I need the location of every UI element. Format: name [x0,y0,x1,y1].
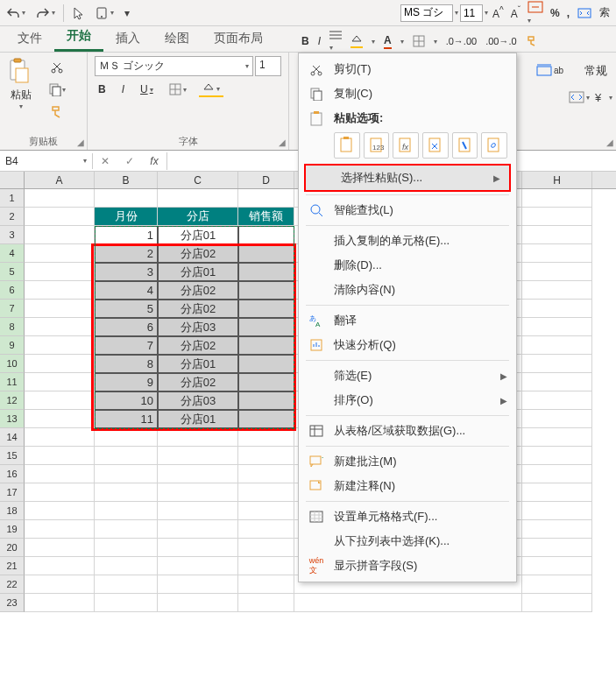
cm-pick-list[interactable]: 从下拉列表中选择(K)... [299,529,516,554]
cm-from-table[interactable]: 从表格/区域获取数据(G)... [299,419,516,443]
cell[interactable] [25,465,95,483]
cell[interactable]: 分店03 [158,391,238,410]
wrap-text-button[interactable]: ab [536,63,563,77]
col-header-H[interactable]: H [522,172,592,188]
col-header-D[interactable]: D [238,172,294,188]
cell[interactable] [522,502,592,520]
cell[interactable]: 10 [95,391,158,410]
row-header[interactable]: 19 [0,520,25,539]
cell[interactable] [522,539,592,557]
row-header[interactable]: 17 [0,483,25,502]
customize-qat[interactable]: ▾ [122,5,132,21]
cell[interactable] [238,263,294,281]
paste-opt-link[interactable] [481,132,507,159]
cell[interactable] [158,428,238,447]
cell[interactable]: 2 [95,244,158,263]
cell[interactable] [95,539,158,557]
cm-new-comment[interactable]: + 新建批注(M) [299,449,516,474]
cell[interactable]: 月份 [95,208,158,226]
cell[interactable] [25,300,95,318]
cell[interactable] [238,483,294,502]
cell[interactable]: 分店01 [158,410,238,428]
cell[interactable]: 分店02 [158,373,238,391]
fontname-dropdown[interactable]: ＭＳ ゴシック▾ [95,56,253,76]
chevron-down-icon[interactable]: ▾ [485,9,488,17]
cell[interactable]: 8 [95,355,158,373]
cancel-formula-icon[interactable]: ✕ [93,152,117,170]
cell[interactable] [158,575,238,594]
cell[interactable] [522,300,592,318]
cell[interactable] [238,502,294,520]
cell[interactable] [522,355,592,373]
cm-show-pinyin[interactable]: wén文 显示拼音字段(S) [299,554,516,578]
cell[interactable] [25,373,95,391]
cell[interactable]: 分店01 [158,355,238,373]
cell[interactable] [522,410,592,428]
cell[interactable] [25,355,95,373]
cell[interactable] [238,226,294,244]
cell[interactable] [238,244,294,263]
italic-button[interactable]: I [318,35,321,47]
fill-color-button[interactable] [350,35,363,48]
cell[interactable] [238,281,294,300]
cell[interactable] [522,244,592,263]
cm-filter[interactable]: 筛选(E)▶ [299,363,516,388]
cell[interactable] [95,502,158,520]
cell[interactable]: 11 [95,410,158,428]
clipboard-launcher[interactable]: ◢ [77,138,84,147]
right-launcher[interactable]: ◢ [606,138,613,147]
mini-fontsize-input[interactable] [460,4,483,22]
chevron-down-icon[interactable]: ▾ [455,9,458,17]
cell[interactable] [25,318,95,336]
cell[interactable] [95,465,158,483]
row-header[interactable]: 16 [0,465,25,483]
row-header[interactable]: 3 [0,226,25,244]
row-header[interactable]: 10 [0,355,25,373]
paste-opt-values[interactable]: 123 [364,132,390,159]
cell[interactable] [25,391,95,410]
cell[interactable] [522,557,592,575]
row-header[interactable]: 22 [0,575,25,594]
row-header[interactable]: 7 [0,300,25,318]
cm-insert-copied[interactable]: 插入复制的单元格(E)... [299,229,516,253]
row-header[interactable]: 23 [0,594,25,612]
font-color-button[interactable]: A [384,34,392,49]
tab-file[interactable]: 文件 [5,25,54,52]
cell[interactable] [238,520,294,539]
row-header[interactable]: 1 [0,189,25,208]
cell[interactable] [95,594,158,612]
cell[interactable] [25,483,95,502]
cell[interactable] [238,447,294,465]
cell[interactable] [238,300,294,318]
decrease-font-icon[interactable]: Aˇ [508,5,523,20]
cut-icon[interactable] [47,58,67,75]
cell[interactable] [95,447,158,465]
cell[interactable] [238,410,294,428]
format-painter-icon[interactable] [47,103,67,121]
italic-button[interactable]: I [118,81,128,97]
cell[interactable] [522,336,592,355]
cell[interactable] [238,391,294,410]
cell[interactable] [522,281,592,300]
cell[interactable]: 4 [95,281,158,300]
cm-quick-analysis[interactable]: 快速分析(Q) [299,333,516,357]
decrease-decimal-icon[interactable]: .0→.00 [446,36,477,46]
paste-opt-transpose[interactable] [422,132,449,159]
row-header[interactable]: 8 [0,318,25,336]
paste-button[interactable]: 粘贴 ▾ [7,56,35,112]
cm-smart-lookup[interactable]: 智能查找(L) [299,198,516,222]
select-all-corner[interactable] [0,172,25,188]
cm-clear[interactable]: 清除内容(N) [299,278,516,302]
cell[interactable] [95,483,158,502]
row-header[interactable]: 2 [0,208,25,226]
cell[interactable]: 分店02 [158,244,238,263]
cell[interactable] [522,428,592,447]
number-format-dropdown[interactable]: 常规 [584,63,607,79]
cell[interactable] [25,557,95,575]
cell[interactable]: 3 [95,263,158,281]
cell[interactable] [158,557,238,575]
cell[interactable] [25,594,95,612]
cell[interactable] [25,244,95,263]
cell[interactable]: 分店03 [158,318,238,336]
row-header[interactable]: 12 [0,391,25,410]
